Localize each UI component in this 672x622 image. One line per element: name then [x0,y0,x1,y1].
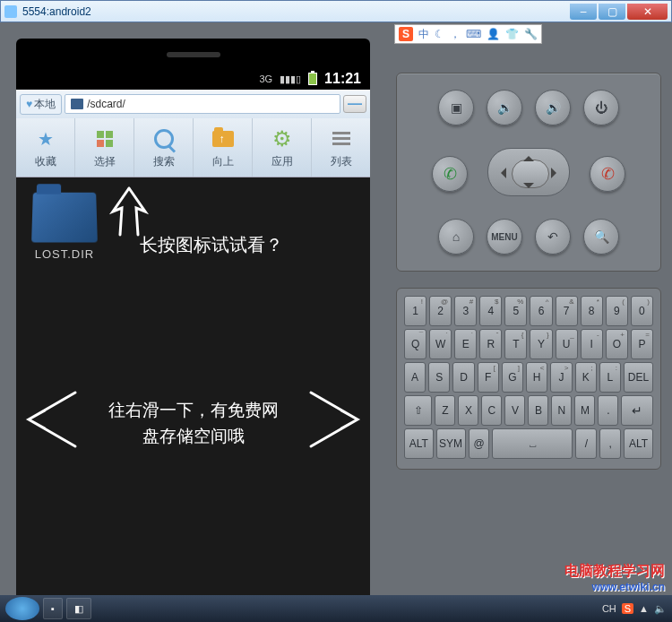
key-i[interactable]: I- [581,329,603,359]
punct-icon[interactable]: ， [450,27,461,42]
wrench-icon[interactable]: 🔧 [524,28,538,40]
key-alt[interactable]: ALT [624,428,653,459]
watermark: 电脑教程学习网 www.etwiki.cn [564,562,665,593]
moon-icon[interactable]: ☾ [435,28,444,40]
key-↵[interactable]: ↵ [621,395,653,426]
window-close-button[interactable]: ✕ [627,4,668,20]
path-input[interactable]: /sdcard/ [65,94,340,114]
end-call-button[interactable]: ✆ [590,156,625,192]
key-9[interactable]: 9( [606,296,628,326]
key-/[interactable]: / [575,428,597,459]
key-7[interactable]: 7& [556,296,578,326]
key-o[interactable]: O+ [606,329,628,359]
vol-up-icon: 🔊 [546,100,561,115]
tray-sogou-icon[interactable]: S [622,603,633,614]
key-b[interactable]: B [528,395,548,426]
key-4[interactable]: 4$ [479,296,502,326]
key-y[interactable]: Y} [530,329,552,359]
dpad-up[interactable] [523,151,534,161]
dpad-right[interactable] [551,168,562,178]
key-u[interactable]: U_ [556,329,578,359]
key-c[interactable]: C [481,395,502,426]
taskbar-item-cmd[interactable]: ▪ [43,598,63,619]
key-.[interactable]: . [598,395,618,426]
back-button[interactable]: ↶ [535,219,571,255]
key-8[interactable]: 8* [581,296,603,326]
volume-down-button[interactable]: 🔉 [487,90,522,125]
shirt-icon[interactable]: 👕 [505,28,519,40]
toolbar-label: 搜索 [153,154,175,169]
toolbar-select-button[interactable]: 选择 [75,118,134,177]
camera-button[interactable]: ▣ [438,90,474,125]
key-n[interactable]: N [551,395,572,426]
windows-taskbar[interactable]: ▪ ◧ CH S ▲ 🔈 [0,595,672,622]
home-button[interactable]: ⌂ [438,219,474,255]
taskbar-item-app[interactable]: ◧ [66,598,91,619]
key-alt[interactable]: ALT [404,428,434,459]
call-button[interactable]: ✆ [432,156,468,192]
ime-lang[interactable]: 中 [418,27,429,42]
key-w[interactable]: W´ [429,329,452,359]
key-z[interactable]: Z [435,395,455,426]
power-button[interactable]: ⏻ [583,90,619,125]
key-k[interactable]: K; [575,362,597,393]
file-content-area[interactable]: LOST.DIR 长按图标试试看？ 往右滑一下，有免费网 盘存储空间哦 [16,177,370,600]
key-m[interactable]: M [574,395,595,426]
key-sym[interactable]: SYM [436,428,466,459]
dpad-down[interactable] [523,183,534,194]
key-⎵[interactable]: ⎵ [492,428,573,459]
key-@[interactable]: @ [469,428,490,459]
key-f[interactable]: F[ [478,362,499,393]
key-r[interactable]: Rˆ [479,329,502,359]
key-3[interactable]: 3# [454,296,477,326]
key-s[interactable]: S [428,362,450,393]
toolbar-fav-button[interactable]: ★ 收藏 [16,118,75,177]
system-tray[interactable]: CH S ▲ 🔈 [602,603,667,615]
tray-flag-icon[interactable]: ▲ [639,603,649,614]
addr-collapse-button[interactable]: — [343,95,366,113]
key-d[interactable]: D [452,362,474,393]
volume-up-button[interactable]: 🔊 [535,90,571,125]
key-l[interactable]: L: [599,362,621,393]
hw-search-button[interactable]: 🔍 [583,219,619,255]
keyboard-icon[interactable]: ⌨ [466,28,481,40]
key-g[interactable]: G] [502,362,523,393]
ime-brand-icon[interactable]: S [399,27,413,41]
key-t[interactable]: T{ [504,329,527,359]
location-home-button[interactable]: ♥ 本地 [20,94,62,115]
tray-lang[interactable]: CH [602,603,616,614]
dpad-left[interactable] [495,168,506,178]
key-6[interactable]: 6^ [530,296,552,326]
toolbar-up-button[interactable]: ↑ 向上 [194,118,253,177]
shield-icon: ♥ [26,98,32,110]
folder-item-lostdir[interactable]: LOST.DIR [32,192,97,261]
key-2[interactable]: 2@ [429,296,452,326]
tray-network-icon[interactable]: 🔈 [654,603,667,615]
cmd-icon: ▪ [51,603,55,614]
key-v[interactable]: V [504,395,525,426]
window-maximize-button[interactable]: ▢ [599,4,625,20]
person-icon[interactable]: 👤 [487,28,500,40]
menu-button[interactable]: MENU [487,219,522,255]
window-minimize-button[interactable]: – [570,4,597,20]
key-⇧[interactable]: ⇧ [404,395,432,426]
dpad-center[interactable] [487,148,570,196]
start-button[interactable] [5,597,39,620]
key-h[interactable]: H< [526,362,547,393]
key-e[interactable]: E` [454,329,477,359]
toolbar-search-button[interactable]: 搜索 [134,118,194,177]
key-j[interactable]: J> [550,362,572,393]
toolbar-apps-button[interactable]: ⚙ 应用 [253,118,312,177]
key-del[interactable]: DEL [624,362,653,393]
key-p[interactable]: P= [631,329,653,359]
file-toolbar: ★ 收藏 选择 搜索 ↑ 向上 ⚙ 应用 [16,118,370,177]
key-,[interactable]: , [599,428,621,459]
ime-toolbar[interactable]: S 中 ☾ ， ⌨ 👤 👕 🔧 [394,24,542,44]
key-0[interactable]: 0) [631,296,653,326]
key-5[interactable]: 5% [504,296,527,326]
key-1[interactable]: 1! [404,296,426,326]
toolbar-list-button[interactable]: 列表 [312,118,370,177]
key-x[interactable]: X [458,395,478,426]
key-q[interactable]: Q¯ [404,329,426,359]
key-a[interactable]: A [404,362,426,393]
